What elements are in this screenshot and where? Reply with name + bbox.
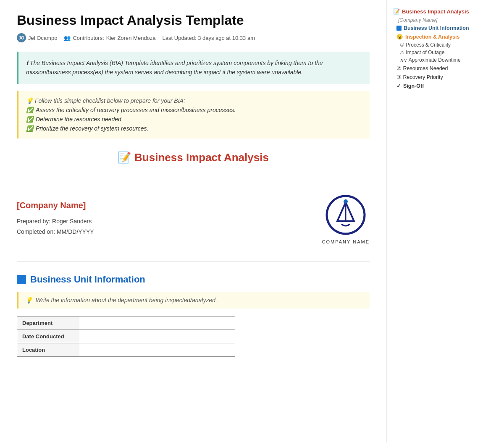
date-label: Date Conducted — [17, 330, 80, 343]
sidebar-bia-title[interactable]: 📝 Business Impact Analysis — [393, 8, 481, 15]
completed-on: Completed on: MM/DD/YYYY — [17, 227, 94, 237]
table-row-department: Department — [17, 316, 235, 330]
sidebar: 📝 Business Impact Analysis [Company Name… — [386, 0, 487, 442]
sidebar-business-unit[interactable]: Business Unit Information — [393, 24, 481, 32]
location-label: Location — [17, 343, 80, 356]
description-text: ℹ The Business Impact Analysis (BIA) Tem… — [26, 58, 362, 77]
business-unit-table: Department Date Conducted Location — [17, 316, 235, 357]
checklist-box: 💡 Follow this simple checklist below to … — [17, 91, 370, 139]
bia-heading-icon: 📝 — [118, 151, 131, 164]
checklist-item-1: ✅ Assess the criticality of recovery pro… — [26, 107, 362, 113]
sidebar-recovery[interactable]: ③ Recovery Priority — [393, 73, 481, 81]
sidebar-impact-icon: ⚠ — [400, 50, 406, 55]
department-label: Department — [17, 316, 80, 330]
contributors-label: Contributors: — [73, 35, 104, 41]
sidebar-inspection-icon: 😮 — [396, 34, 403, 40]
checklist-item-3: ✅ Prioritize the recovery of system reso… — [26, 125, 362, 132]
company-meta: Prepared by: Roger Sanders Completed on:… — [17, 216, 94, 237]
author-info: JO Jel Ocampo — [17, 33, 57, 42]
company-info: [Company Name] Prepared by: Roger Sander… — [17, 201, 94, 237]
sidebar-process-icon: ① — [400, 42, 406, 48]
avatar: JO — [17, 33, 26, 42]
contributors-icon: 👥 — [64, 35, 71, 41]
meta-bar: JO Jel Ocampo 👥 Contributors: Kier Zoren… — [17, 33, 370, 42]
check-icon-1: ✅ — [26, 107, 33, 113]
info-icon: ℹ — [26, 60, 30, 66]
sidebar-resources[interactable]: ② Resources Needed — [393, 64, 481, 73]
logo-area: COMPANY NAME — [322, 194, 370, 244]
sidebar-process[interactable]: ① Process & Criticality — [393, 41, 481, 49]
business-unit-icon — [17, 275, 26, 284]
prepared-by: Prepared by: Roger Sanders — [17, 216, 94, 227]
logo-text: COMPANY NAME — [322, 239, 370, 244]
page-title: Business Impact Analysis Template — [17, 13, 370, 28]
divider-bottom — [17, 261, 370, 262]
company-section: [Company Name] Prepared by: Roger Sander… — [17, 186, 370, 253]
hint-bulb-icon: 💡 — [25, 297, 32, 303]
svg-point-3 — [344, 199, 348, 204]
check-icon-3: ✅ — [26, 125, 33, 132]
divider-top — [17, 177, 370, 177]
hint-box: 💡 Write the information about the depart… — [17, 292, 370, 309]
table-row-date: Date Conducted — [17, 330, 235, 343]
sidebar-resources-icon: ② — [396, 65, 403, 71]
author-name[interactable]: Jel Ocampo — [28, 35, 57, 41]
sidebar-downtime-icon: ∧∨ — [400, 57, 409, 63]
sidebar-downtime[interactable]: ∧∨ Approximate Downtime — [393, 56, 481, 64]
company-logo — [325, 194, 367, 236]
check-icon-2: ✅ — [26, 116, 33, 123]
last-updated: Last Updated: 3 days ago at 10:33 am — [163, 35, 255, 41]
table-row-location: Location — [17, 343, 235, 356]
company-name[interactable]: [Company Name] — [17, 201, 94, 210]
checklist-item-2: ✅ Determine the resources needed. — [26, 116, 362, 123]
main-content: Business Impact Analysis Template JO Jel… — [0, 0, 386, 442]
date-value[interactable] — [80, 330, 235, 343]
checklist-intro: 💡 Follow this simple checklist below to … — [26, 97, 362, 104]
sidebar-signoff[interactable]: ✓ Sign-Off — [393, 81, 481, 90]
bia-main-heading: 📝 Business Impact Analysis — [17, 151, 370, 164]
bulb-icon: 💡 — [26, 97, 35, 104]
sidebar-bia-icon: 📝 — [393, 8, 400, 15]
sidebar-impact[interactable]: ⚠ Impact of Outage — [393, 49, 481, 56]
sidebar-bu-icon — [396, 26, 402, 31]
contributors-names[interactable]: Kier Zoren Mendoza — [106, 35, 156, 41]
sidebar-recovery-icon: ③ — [396, 74, 403, 80]
sidebar-inspection[interactable]: 😮 Inspection & Analysis — [393, 32, 481, 41]
business-unit-heading: Business Unit Information — [17, 274, 370, 285]
info-box-description: ℹ The Business Impact Analysis (BIA) Tem… — [17, 52, 370, 84]
contributors-info: 👥 Contributors: Kier Zoren Mendoza — [64, 35, 155, 41]
sidebar-signoff-icon: ✓ — [396, 83, 401, 89]
sidebar-company-placeholder[interactable]: [Company Name] — [393, 16, 481, 24]
location-value[interactable] — [80, 343, 235, 356]
department-value[interactable] — [80, 316, 235, 330]
